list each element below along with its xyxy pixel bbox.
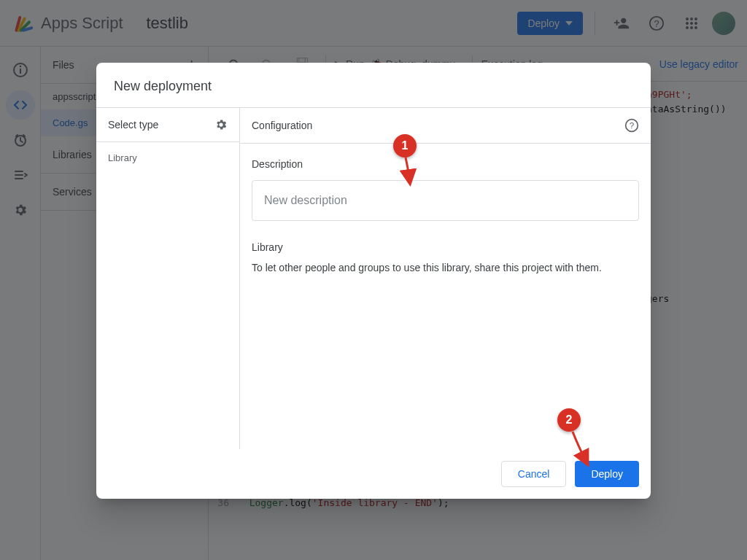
- new-deployment-dialog: New deployment Select type Library Confi…: [96, 63, 651, 499]
- cancel-button[interactable]: Cancel: [501, 461, 567, 487]
- callout-2: 2: [557, 408, 581, 432]
- svg-text:?: ?: [630, 120, 635, 130]
- dialog-actions: Cancel Deploy: [96, 449, 651, 499]
- gear-icon[interactable]: [214, 118, 228, 131]
- dialog-type-panel: Select type Library: [96, 108, 240, 449]
- dialog-title: New deployment: [96, 63, 651, 107]
- callout-1: 1: [393, 134, 417, 158]
- select-type-label: Select type: [108, 119, 158, 131]
- type-library-item[interactable]: Library: [96, 142, 239, 174]
- arrow-2-icon: [570, 430, 592, 467]
- library-section-label: Library: [252, 241, 639, 253]
- help-icon[interactable]: ?: [624, 118, 639, 133]
- description-label: Description: [252, 158, 639, 170]
- library-note: To let other people and groups to use th…: [252, 262, 639, 273]
- arrow-1-icon: [402, 156, 417, 185]
- configuration-label: Configuration: [252, 120, 312, 131]
- description-input[interactable]: [252, 180, 639, 221]
